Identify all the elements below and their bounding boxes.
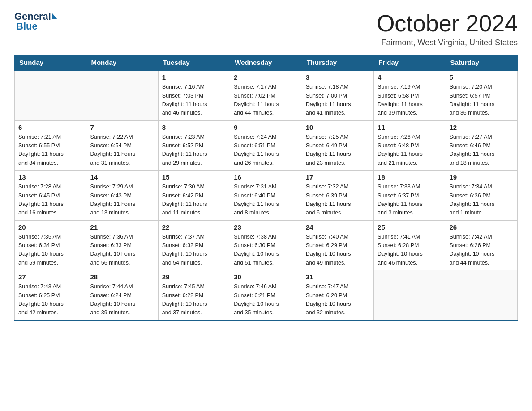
day-info: Sunrise: 7:37 AM Sunset: 6:32 PM Dayligh…: [162, 233, 226, 268]
day-number: 14: [90, 173, 154, 181]
day-info: Sunrise: 7:23 AM Sunset: 6:52 PM Dayligh…: [162, 133, 226, 168]
calendar-cell: 28Sunrise: 7:44 AM Sunset: 6:24 PM Dayli…: [86, 270, 158, 321]
calendar-week-row: 20Sunrise: 7:35 AM Sunset: 6:34 PM Dayli…: [15, 220, 518, 270]
calendar-week-row: 13Sunrise: 7:28 AM Sunset: 6:45 PM Dayli…: [15, 171, 518, 221]
day-number: 18: [378, 173, 442, 181]
day-number: 21: [90, 223, 154, 231]
calendar-cell: 26Sunrise: 7:42 AM Sunset: 6:26 PM Dayli…: [446, 220, 517, 270]
day-number: 1: [162, 73, 226, 81]
calendar-cell: 31Sunrise: 7:47 AM Sunset: 6:20 PM Dayli…: [302, 270, 373, 321]
calendar-cell: [15, 70, 86, 120]
day-number: 23: [234, 223, 298, 231]
day-number: 4: [378, 73, 442, 81]
day-info: Sunrise: 7:19 AM Sunset: 6:58 PM Dayligh…: [378, 83, 442, 118]
calendar-cell: 15Sunrise: 7:30 AM Sunset: 6:42 PM Dayli…: [158, 171, 230, 221]
day-info: Sunrise: 7:32 AM Sunset: 6:39 PM Dayligh…: [306, 183, 370, 218]
column-header-wednesday: Wednesday: [230, 55, 302, 71]
day-number: 28: [90, 273, 154, 281]
calendar-table: SundayMondayTuesdayWednesdayThursdayFrid…: [14, 55, 518, 321]
calendar-cell: 14Sunrise: 7:29 AM Sunset: 6:43 PM Dayli…: [86, 171, 158, 221]
title-area: October 2024 Fairmont, West Virginia, Un…: [377, 11, 518, 47]
day-info: Sunrise: 7:31 AM Sunset: 6:40 PM Dayligh…: [234, 183, 298, 218]
day-number: 25: [378, 223, 442, 231]
day-info: Sunrise: 7:40 AM Sunset: 6:29 PM Dayligh…: [306, 233, 370, 268]
calendar-cell: 3Sunrise: 7:18 AM Sunset: 7:00 PM Daylig…: [302, 70, 373, 120]
calendar-cell: 20Sunrise: 7:35 AM Sunset: 6:34 PM Dayli…: [15, 220, 86, 270]
day-info: Sunrise: 7:20 AM Sunset: 6:57 PM Dayligh…: [450, 83, 514, 118]
calendar-cell: 21Sunrise: 7:36 AM Sunset: 6:33 PM Dayli…: [86, 220, 158, 270]
day-info: Sunrise: 7:24 AM Sunset: 6:51 PM Dayligh…: [234, 133, 298, 168]
column-header-monday: Monday: [86, 55, 158, 71]
day-info: Sunrise: 7:44 AM Sunset: 6:24 PM Dayligh…: [90, 283, 154, 317]
logo-blue-text: Blue: [16, 21, 38, 32]
column-header-saturday: Saturday: [446, 55, 517, 71]
logo: General Blue: [14, 11, 57, 32]
column-header-tuesday: Tuesday: [158, 55, 230, 71]
day-number: 17: [306, 173, 370, 181]
calendar-week-row: 6Sunrise: 7:21 AM Sunset: 6:55 PM Daylig…: [15, 120, 518, 171]
day-info: Sunrise: 7:46 AM Sunset: 6:21 PM Dayligh…: [234, 283, 298, 317]
day-number: 20: [18, 223, 82, 231]
calendar-cell: 7Sunrise: 7:22 AM Sunset: 6:54 PM Daylig…: [86, 120, 158, 171]
calendar-cell: 5Sunrise: 7:20 AM Sunset: 6:57 PM Daylig…: [446, 70, 517, 120]
day-info: Sunrise: 7:43 AM Sunset: 6:25 PM Dayligh…: [18, 283, 82, 317]
calendar-cell: 16Sunrise: 7:31 AM Sunset: 6:40 PM Dayli…: [230, 171, 302, 221]
month-title: October 2024: [377, 11, 518, 36]
day-info: Sunrise: 7:45 AM Sunset: 6:22 PM Dayligh…: [162, 283, 226, 317]
day-info: Sunrise: 7:30 AM Sunset: 6:42 PM Dayligh…: [162, 183, 226, 218]
day-info: Sunrise: 7:27 AM Sunset: 6:46 PM Dayligh…: [450, 133, 514, 168]
column-header-sunday: Sunday: [15, 55, 86, 71]
calendar-cell: 18Sunrise: 7:33 AM Sunset: 6:37 PM Dayli…: [374, 171, 446, 221]
calendar-cell: 4Sunrise: 7:19 AM Sunset: 6:58 PM Daylig…: [374, 70, 446, 120]
day-info: Sunrise: 7:18 AM Sunset: 7:00 PM Dayligh…: [306, 83, 370, 118]
day-info: Sunrise: 7:16 AM Sunset: 7:03 PM Dayligh…: [162, 83, 226, 118]
day-number: 24: [306, 223, 370, 231]
day-number: 15: [162, 173, 226, 181]
day-info: Sunrise: 7:29 AM Sunset: 6:43 PM Dayligh…: [90, 183, 154, 218]
day-number: 19: [450, 173, 514, 181]
calendar-cell: 1Sunrise: 7:16 AM Sunset: 7:03 PM Daylig…: [158, 70, 230, 120]
day-number: 7: [90, 124, 154, 131]
day-info: Sunrise: 7:42 AM Sunset: 6:26 PM Dayligh…: [450, 233, 514, 268]
calendar-cell: 27Sunrise: 7:43 AM Sunset: 6:25 PM Dayli…: [15, 270, 86, 321]
day-number: 29: [162, 273, 226, 281]
day-number: 26: [450, 223, 514, 231]
calendar-cell: 25Sunrise: 7:41 AM Sunset: 6:28 PM Dayli…: [374, 220, 446, 270]
calendar-cell: [86, 70, 158, 120]
location: Fairmont, West Virginia, United States: [377, 38, 518, 47]
calendar-cell: 29Sunrise: 7:45 AM Sunset: 6:22 PM Dayli…: [158, 270, 230, 321]
day-info: Sunrise: 7:36 AM Sunset: 6:33 PM Dayligh…: [90, 233, 154, 268]
calendar-cell: 24Sunrise: 7:40 AM Sunset: 6:29 PM Dayli…: [302, 220, 373, 270]
day-number: 8: [162, 124, 226, 131]
day-number: 13: [18, 173, 82, 181]
day-number: 11: [378, 124, 442, 131]
day-number: 3: [306, 73, 370, 81]
calendar-cell: 30Sunrise: 7:46 AM Sunset: 6:21 PM Dayli…: [230, 270, 302, 321]
day-number: 2: [234, 73, 298, 81]
column-header-friday: Friday: [374, 55, 446, 71]
day-info: Sunrise: 7:21 AM Sunset: 6:55 PM Dayligh…: [18, 133, 82, 168]
calendar-week-row: 1Sunrise: 7:16 AM Sunset: 7:03 PM Daylig…: [15, 70, 518, 120]
day-number: 30: [234, 273, 298, 281]
day-number: 27: [18, 273, 82, 281]
calendar-cell: 17Sunrise: 7:32 AM Sunset: 6:39 PM Dayli…: [302, 171, 373, 221]
calendar-cell: 6Sunrise: 7:21 AM Sunset: 6:55 PM Daylig…: [15, 120, 86, 171]
calendar-cell: 19Sunrise: 7:34 AM Sunset: 6:36 PM Dayli…: [446, 171, 517, 221]
column-header-thursday: Thursday: [302, 55, 373, 71]
day-info: Sunrise: 7:35 AM Sunset: 6:34 PM Dayligh…: [18, 233, 82, 268]
day-number: 6: [18, 124, 82, 131]
calendar-cell: 11Sunrise: 7:26 AM Sunset: 6:48 PM Dayli…: [374, 120, 446, 171]
logo-arrow-icon: [52, 13, 57, 19]
calendar-cell: 22Sunrise: 7:37 AM Sunset: 6:32 PM Dayli…: [158, 220, 230, 270]
calendar-cell: [446, 270, 517, 321]
day-info: Sunrise: 7:34 AM Sunset: 6:36 PM Dayligh…: [450, 183, 514, 218]
day-number: 22: [162, 223, 226, 231]
day-info: Sunrise: 7:25 AM Sunset: 6:49 PM Dayligh…: [306, 133, 370, 168]
calendar-cell: 8Sunrise: 7:23 AM Sunset: 6:52 PM Daylig…: [158, 120, 230, 171]
page-header: General Blue October 2024 Fairmont, West…: [14, 11, 518, 47]
day-number: 31: [306, 273, 370, 281]
day-info: Sunrise: 7:26 AM Sunset: 6:48 PM Dayligh…: [378, 133, 442, 168]
day-number: 12: [450, 124, 514, 131]
day-number: 10: [306, 124, 370, 131]
calendar-cell: 12Sunrise: 7:27 AM Sunset: 6:46 PM Dayli…: [446, 120, 517, 171]
